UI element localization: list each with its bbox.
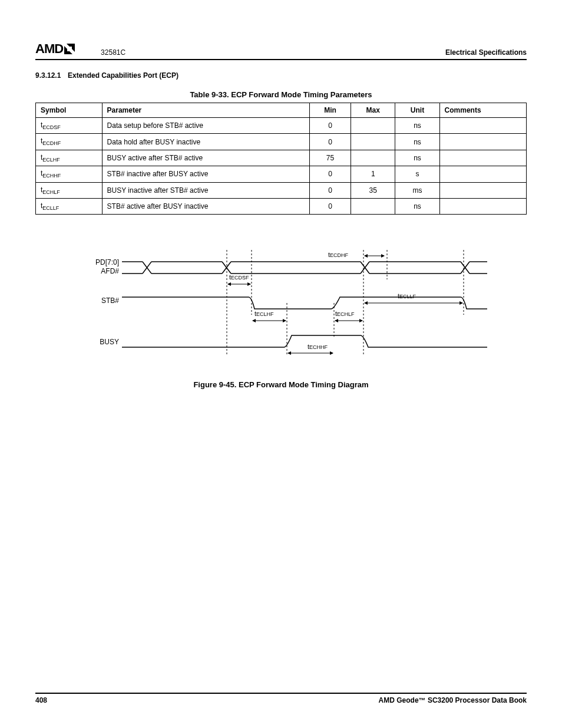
- cell-max: [351, 134, 395, 150]
- cell-unit: ms: [395, 182, 439, 198]
- cell-max: [351, 118, 395, 134]
- cell-min: 0: [309, 198, 351, 214]
- table-row: tECDHFData hold after BUSY inactive0ns: [36, 134, 527, 150]
- cell-parameter: BUSY inactive after STB# active: [102, 182, 309, 198]
- cell-comments: [439, 198, 526, 214]
- table-caption: Table 9-33. ECP Forward Mode Timing Para…: [35, 90, 527, 99]
- signal-afd-label: AFD#: [101, 267, 119, 275]
- cell-comments: [439, 118, 526, 134]
- page-number: 408: [35, 696, 47, 704]
- book-title: AMD Geode™ SC3200 Processor Data Book: [379, 696, 527, 704]
- cell-min: 0: [309, 166, 351, 182]
- logo-text: AMD: [35, 41, 63, 57]
- th-max: Max: [351, 103, 395, 118]
- label-ecdhf: tECDHF: [328, 251, 349, 258]
- cell-unit: ns: [395, 134, 439, 150]
- page-footer: 408 AMD Geode™ SC3200 Processor Data Boo…: [35, 693, 527, 704]
- signal-pd-label: PD[7:0]: [95, 258, 119, 266]
- signal-busy-label: BUSY: [100, 338, 119, 346]
- th-comments: Comments: [439, 103, 526, 118]
- cell-symbol: tECDHF: [36, 134, 103, 150]
- page-header: AMD 32581C Electrical Specifications: [35, 41, 527, 60]
- th-parameter: Parameter: [102, 103, 309, 118]
- cell-parameter: STB# active after BUSY inactive: [102, 198, 309, 214]
- table-row: tECHHFSTB# inactive after BUSY active01s: [36, 166, 527, 182]
- cell-symbol: tECDSF: [36, 118, 103, 134]
- table-row: tECLLFSTB# active after BUSY inactive0ns: [36, 198, 527, 214]
- cell-symbol: tECHLF: [36, 182, 103, 198]
- section-heading: 9.3.12.1 Extended Capabilities Port (ECP…: [35, 71, 527, 80]
- cell-comments: [439, 150, 526, 166]
- cell-unit: s: [395, 166, 439, 182]
- amd-logo: AMD: [35, 41, 77, 57]
- section-title: Extended Capabilities Port (ECP): [68, 71, 178, 80]
- timing-parameters-table: Symbol Parameter Min Max Unit Comments t…: [35, 103, 527, 215]
- cell-unit: ns: [395, 198, 439, 214]
- cell-comments: [439, 166, 526, 182]
- doc-code: 32581C: [101, 48, 445, 57]
- th-symbol: Symbol: [36, 103, 103, 118]
- cell-parameter: STB# inactive after BUSY active: [102, 166, 309, 182]
- cell-comments: [439, 182, 526, 198]
- timing-diagram: PD[7:0] AFD# STB# BUSY tECDHF tECDSF tEC…: [75, 244, 487, 364]
- label-echlf: tECHLF: [335, 310, 355, 317]
- signal-stb-label: STB#: [101, 297, 119, 305]
- table-row: tECHLFBUSY inactive after STB# active035…: [36, 182, 527, 198]
- cell-max: [351, 150, 395, 166]
- spec-title: Electrical Specifications: [445, 48, 527, 57]
- cell-symbol: tECHHF: [36, 166, 103, 182]
- cell-max: [351, 198, 395, 214]
- cell-min: 75: [309, 150, 351, 166]
- cell-parameter: Data hold after BUSY inactive: [102, 134, 309, 150]
- th-min: Min: [309, 103, 351, 118]
- section-number: 9.3.12.1: [35, 71, 61, 80]
- cell-parameter: Data setup before STB# active: [102, 118, 309, 134]
- cell-symbol: tECLHF: [36, 150, 103, 166]
- cell-max: 1: [351, 166, 395, 182]
- label-ecllf: tECLLF: [398, 292, 416, 299]
- cell-min: 0: [309, 134, 351, 150]
- figure-caption: Figure 9-45. ECP Forward Mode Timing Dia…: [35, 380, 527, 389]
- amd-arrow-icon: [64, 44, 77, 54]
- label-echhf: tECHHF: [308, 343, 328, 350]
- cell-unit: ns: [395, 118, 439, 134]
- page: AMD 32581C Electrical Specifications 9.3…: [0, 0, 562, 728]
- cell-unit: ns: [395, 150, 439, 166]
- table-header-row: Symbol Parameter Min Max Unit Comments: [36, 103, 527, 118]
- label-eclhf: tECLHF: [254, 310, 274, 317]
- cell-symbol: tECLLF: [36, 198, 103, 214]
- th-unit: Unit: [395, 103, 439, 118]
- cell-min: 0: [309, 118, 351, 134]
- cell-min: 0: [309, 182, 351, 198]
- table-row: tECLHFBUSY active after STB# active75ns: [36, 150, 527, 166]
- cell-max: 35: [351, 182, 395, 198]
- cell-comments: [439, 134, 526, 150]
- table-row: tECDSFData setup before STB# active0ns: [36, 118, 527, 134]
- cell-parameter: BUSY active after STB# active: [102, 150, 309, 166]
- label-ecdsf: tECDSF: [229, 274, 249, 281]
